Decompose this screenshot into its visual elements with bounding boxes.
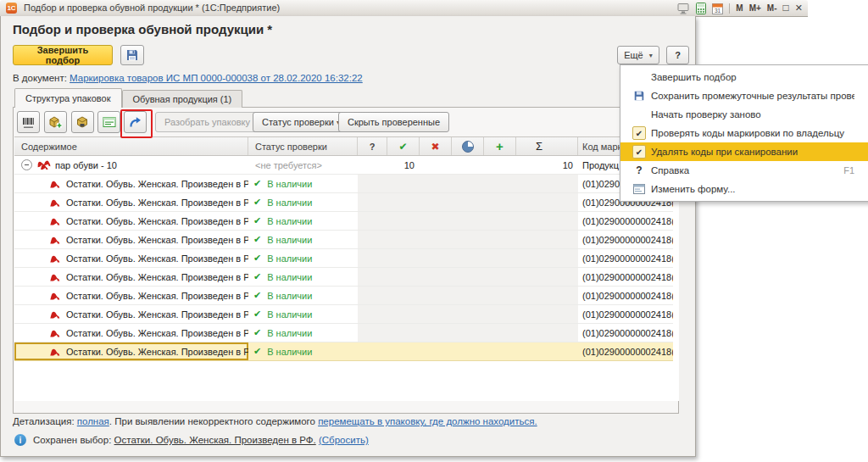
row-status: В наличии [267,179,312,189]
column-header-found[interactable]: ✔ [387,137,420,155]
titlebar: 1С Подбор и проверка обувной продукции *… [0,0,808,17]
column-header-extra[interactable]: + [484,137,516,155]
check-icon [253,178,261,189]
row-content: Остатки. Обувь. Женская. Произведен в РФ [66,198,248,208]
row-status: В наличии [267,309,312,320]
form-help-button[interactable]: ? [666,46,689,64]
question-mark: ? [370,142,376,152]
table-row[interactable]: Остатки. Обувь. Женская. Произведен в РФ… [14,249,674,268]
saved-value: Остатки. Обувь. Женская. Произведен в РФ… [114,435,316,445]
card-view-button[interactable] [97,111,120,133]
row-status: В наличии [267,235,312,245]
row-status: В наличии [267,216,312,226]
scan-barcode-button[interactable] [17,111,40,133]
status-filter-button[interactable]: Статус проверки [253,112,349,132]
table-row[interactable]: Остатки. Обувь. Женская. Произведен в РФ… [14,212,674,231]
add-package-button[interactable] [44,111,67,133]
collapse-expander-icon[interactable] [21,159,32,170]
computer-icon[interactable] [676,3,690,14]
maximize-icon[interactable] [783,2,789,14]
saved-label: Сохранен выбор: [33,435,111,445]
box-add-icon [48,115,63,129]
column-header-content[interactable]: Содержимое [14,137,248,155]
close-package-button[interactable] [71,111,94,133]
calendar-icon[interactable]: 31 [712,3,723,14]
row-status: В наличии [267,198,312,208]
menu-item-завершить[interactable]: Завершить подбор [620,68,868,86]
page-title: Подбор и проверка обувной продукции * [13,22,272,36]
table-row[interactable]: Остатки. Обувь. Женская. Произведен в РФ… [14,324,674,342]
calculator-icon[interactable] [696,3,706,14]
more-button[interactable]: Ещё [617,46,659,64]
row-status: В наличии [267,291,312,301]
group-row-label: пар обуви - 10 [55,160,117,170]
table-row[interactable]: Остатки. Обувь. Женская. Произведен в РФ… [14,287,674,305]
disassemble-package-button[interactable]: Разобрать упаковку [155,112,259,132]
check-icon [253,215,261,226]
group-row[interactable]: пар обуви - 10 <не требуется> 10 10 Прод… [14,156,674,175]
document-label: В документ: [13,73,67,83]
table-row[interactable]: Остатки. Обувь. Женская. Произведен в РФ… [14,305,674,324]
row-content: Остатки. Обувь. Женская. Произведен в РФ [66,291,248,301]
menu-item-удалять[interactable]: Удалять коды при сканировании [620,142,868,161]
row-status: В наличии [267,328,312,338]
shoe-icon [49,309,61,320]
group-row-status: <не требуется> [255,160,322,170]
tab-package-structure[interactable]: Структура упаковок [14,88,122,108]
menu-item-проверять[interactable]: Проверять коды маркировки по владельцу [620,124,868,142]
card-icon [103,116,116,128]
menu-item-изменить[interactable]: Изменить форму... [620,180,868,198]
column-header-pending[interactable] [452,137,484,155]
help-icon: ? [636,164,642,176]
close-icon[interactable] [795,2,803,14]
memory-m-button[interactable]: M [736,2,743,14]
floppy-icon [125,48,139,62]
table-rows: Остатки. Обувь. Женская. Произведен в РФ… [14,175,679,361]
hide-checked-button[interactable]: Скрыть проверенные [338,112,449,132]
row-code: (01)02900000002418(2 [578,287,673,305]
shoe-icon [49,271,61,283]
table-row[interactable]: Остатки. Обувь. Женская. Произведен в РФ… [14,175,674,193]
table-row[interactable]: Остатки. Обувь. Женская. Произведен в РФ… [14,342,674,361]
shoe-icon [49,346,61,358]
detail-full-link[interactable]: полная [77,416,109,426]
row-code: (01)02900000002418(2 [578,268,673,287]
menu-item-начать[interactable]: Начать проверку заново [620,105,868,124]
memory-mminus-button[interactable]: M- [767,2,777,14]
row-content: Остатки. Обувь. Женская. Произведен в РФ [66,272,248,282]
save-button[interactable] [120,45,144,65]
clock-icon [462,141,474,153]
menu-item-сохранить[interactable]: Сохранить промежуточные результаты прове… [620,86,868,105]
row-status: В наличии [267,272,312,282]
row-content: Остатки. Обувь. Женская. Произведен в РФ [66,328,248,338]
column-header-status[interactable]: Статус проверки [248,137,358,155]
barcode-icon [22,116,35,129]
info-icon: i [14,434,26,446]
window-title: Подбор и проверка обувной продукции * (1… [24,3,280,13]
row-code: (01)02900000002418(2 [578,342,673,361]
titlebar-separator [729,3,730,14]
table-row[interactable]: Остатки. Обувь. Женская. Произведен в РФ… [14,268,674,287]
row-content: Остатки. Обувь. Женская. Произведен в РФ [66,216,248,226]
move-to-package-button[interactable] [124,111,147,133]
column-header-missing[interactable]: ✖ [420,137,452,155]
table-row[interactable]: Остатки. Обувь. Женская. Произведен в РФ… [14,193,674,212]
document-line: В документ: Маркировка товаров ИС МП 000… [13,73,363,83]
tab-footwear-products[interactable]: Обувная продукция (1) [122,90,243,108]
shoe-icon [49,290,61,302]
shoe-icon [49,253,61,264]
detail-label: Детализация: [13,416,75,426]
reset-link[interactable]: (Сбросить) [319,435,369,445]
menu-item-справка[interactable]: ? Справка F1 [620,161,868,180]
app-logo-1c-icon: 1С [6,3,17,14]
finish-selection-button[interactable]: Завершить подбор [13,45,113,65]
column-header-total[interactable]: Σ [516,137,578,155]
table-row[interactable]: Остатки. Обувь. Женская. Произведен в РФ… [14,231,674,249]
more-menu: Завершить подбор Сохранить промежуточные… [620,64,868,202]
move-to-package-link[interactable]: перемещать в упаковку, где должно находи… [318,416,537,426]
memory-mplus-button[interactable]: M+ [749,2,761,14]
row-content: Остатки. Обувь. Женская. Произведен в РФ [66,347,248,357]
column-header-unchecked[interactable]: ? [358,137,387,155]
document-link[interactable]: Маркировка товаров ИС МП 0000-000038 от … [70,73,363,83]
row-content: Остатки. Обувь. Женская. Произведен в РФ [66,235,248,245]
